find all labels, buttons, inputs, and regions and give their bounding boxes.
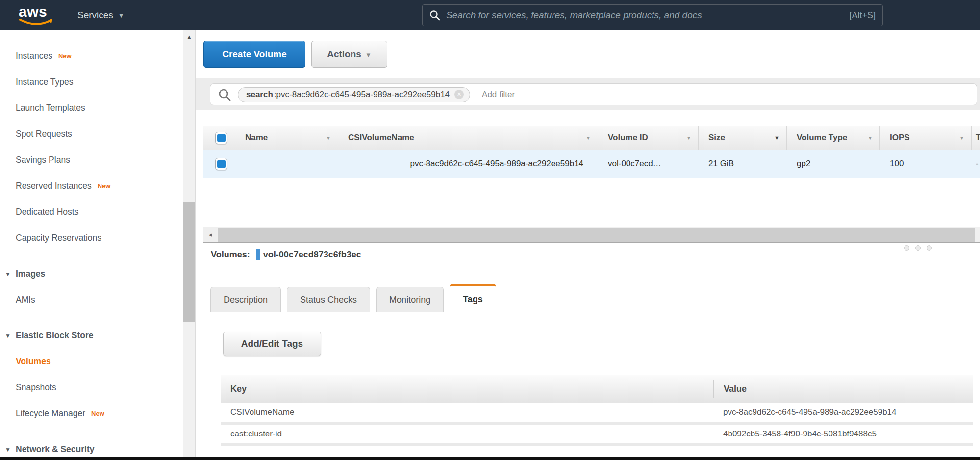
volumes-table-header: Name▼ CSIVolumeName▼ Volume ID▼ Size▼ Vo… <box>203 126 980 150</box>
row-checkbox-cell <box>203 150 235 178</box>
scroll-up-icon[interactable]: ▲ <box>183 30 195 43</box>
cell-volume-type: gp2 <box>787 150 880 178</box>
aws-smile-icon <box>19 18 55 26</box>
sidebar-item-lifecycle-manager[interactable]: Lifecycle ManagerNew <box>0 401 183 427</box>
add-filter-button[interactable]: Add filter <box>482 90 515 100</box>
sidebar-item-amis[interactable]: AMIs <box>0 287 183 313</box>
tab-description[interactable]: Description <box>210 287 281 312</box>
sidebar-item-spot-requests[interactable]: Spot Requests <box>0 121 183 147</box>
sort-caret-icon: ▼ <box>586 135 591 141</box>
sidebar-item-launch-templates[interactable]: Launch Templates <box>0 95 183 121</box>
caret-down-icon: ▼ <box>118 12 125 19</box>
sort-caret-icon: ▼ <box>774 135 779 141</box>
volumes-table: Name▼ CSIVolumeName▼ Volume ID▼ Size▼ Vo… <box>203 126 980 178</box>
sidebar-item-volumes[interactable]: Volumes <box>0 349 183 375</box>
selected-volume-id: vol-00c7ecd873c6fb3ec <box>263 250 361 260</box>
sort-caret-icon: ▼ <box>868 135 873 141</box>
sidebar-scrollbar[interactable]: ▲ <box>183 30 196 460</box>
horizontal-scrollbar[interactable]: ◂ <box>203 227 980 243</box>
new-badge: New <box>58 52 72 60</box>
search-shortcut: [Alt+S] <box>849 10 876 21</box>
services-menu[interactable]: Services ▼ <box>77 0 125 30</box>
tab-monitoring[interactable]: Monitoring <box>376 287 444 312</box>
column-header-truncated[interactable]: T <box>972 126 980 150</box>
column-header-name[interactable]: Name▼ <box>235 126 338 150</box>
detail-heading-label: Volumes: <box>211 250 250 260</box>
services-label: Services <box>77 10 113 21</box>
sort-caret-icon: ▼ <box>326 135 331 141</box>
column-header-size[interactable]: Size▼ <box>699 126 787 150</box>
caret-down-icon: ▼ <box>5 261 11 287</box>
sidebar-section-elastic-block-store[interactable]: ▼Elastic Block Store <box>0 323 183 349</box>
tag-value: pvc-8ac9d62c-c645-495a-989a-ac292ee59b14 <box>713 408 973 417</box>
actions-button[interactable]: Actions▼ <box>311 41 387 68</box>
cell-volume-id: vol-00c7ecd… <box>598 150 699 178</box>
filter-bar[interactable]: search : pvc-8ac9d62c-c645-495a-989a-ac2… <box>210 83 977 105</box>
new-badge: New <box>98 182 111 190</box>
column-header-csivolumename[interactable]: CSIVolumeName▼ <box>338 126 598 150</box>
sort-caret-icon: ▼ <box>686 135 691 141</box>
sidebar-section-images[interactable]: ▼Images <box>0 261 183 287</box>
global-search-input[interactable] <box>446 10 844 21</box>
detail-panel-heading: Volumes: vol-00c7ecd873c6fb3ec <box>211 249 361 260</box>
scroll-left-icon[interactable]: ◂ <box>203 227 217 242</box>
create-volume-button[interactable]: Create Volume <box>203 41 305 68</box>
cell-truncated: - <box>972 150 980 178</box>
detail-tabs: Description Status Checks Monitoring Tag… <box>210 284 980 312</box>
remove-filter-icon[interactable]: × <box>454 90 464 99</box>
tag-row: cast:cluster-id 4b092cb5-3458-4f90-9b4c-… <box>221 425 973 446</box>
sidebar-item-snapshots[interactable]: Snapshots <box>0 375 183 401</box>
sidebar: InstancesNew Instance Types Launch Templ… <box>0 30 183 460</box>
tags-table-header: Key Value <box>221 375 973 403</box>
cell-csivolumename: pvc-8ac9d62c-c645-495a-989a-ac292ee59b14 <box>338 150 598 178</box>
sidebar-item-reserved-instances[interactable]: Reserved InstancesNew <box>0 173 183 199</box>
panel-resize-handle[interactable] <box>904 245 932 251</box>
sidebar-item-instance-types[interactable]: Instance Types <box>0 69 183 95</box>
row-checkbox[interactable] <box>215 158 227 170</box>
sidebar-item-savings-plans[interactable]: Savings Plans <box>0 147 183 173</box>
main-content: Create Volume Actions▼ search : pvc-8ac9… <box>196 30 980 460</box>
add-edit-tags-button[interactable]: Add/Edit Tags <box>223 332 321 356</box>
cell-iops: 100 <box>880 150 972 178</box>
selection-indicator-bar <box>256 249 260 260</box>
sidebar-item-instances[interactable]: InstancesNew <box>0 43 183 69</box>
new-badge: New <box>91 410 104 417</box>
horizontal-scrollbar-thumb[interactable] <box>218 228 975 242</box>
global-search-box[interactable]: [Alt+S] <box>422 4 883 26</box>
column-header-volume-id[interactable]: Volume ID▼ <box>598 126 699 150</box>
caret-down-icon: ▼ <box>5 323 11 349</box>
filter-band: search : pvc-8ac9d62c-c645-495a-989a-ac2… <box>196 78 980 110</box>
column-header-volume-type[interactable]: Volume Type▼ <box>787 126 880 150</box>
search-icon <box>218 88 231 101</box>
tab-status-checks[interactable]: Status Checks <box>287 287 370 312</box>
tags-column-value: Value <box>713 380 973 398</box>
sidebar-item-dedicated-hosts[interactable]: Dedicated Hosts <box>0 199 183 225</box>
tags-column-key: Key <box>221 384 713 394</box>
tag-value: 4b092cb5-3458-4f90-9b4c-5081bf9488c5 <box>713 429 973 439</box>
volume-row[interactable]: pvc-8ac9d62c-c645-495a-989a-ac292ee59b14… <box>203 150 980 178</box>
aws-logo[interactable]: aws <box>19 5 55 26</box>
sidebar-item-capacity-reservations[interactable]: Capacity Reservations <box>0 225 183 251</box>
cell-name <box>235 150 338 178</box>
tag-key: CSIVolumeName <box>221 408 713 417</box>
sidebar-section-network-security[interactable]: ▼Network & Security <box>0 436 183 460</box>
tab-tags[interactable]: Tags <box>450 284 496 312</box>
caret-down-icon: ▼ <box>5 437 11 460</box>
filter-chip-value: pvc-8ac9d62c-c645-495a-989a-ac292ee59b14 <box>276 90 450 100</box>
filter-chip-key: search <box>246 90 273 100</box>
filter-chip[interactable]: search : pvc-8ac9d62c-c645-495a-989a-ac2… <box>238 87 470 102</box>
search-icon <box>429 10 440 21</box>
screenshot-bottom-edge <box>0 457 980 460</box>
tag-key: cast:cluster-id <box>221 429 713 439</box>
cell-size: 21 GiB <box>699 150 787 178</box>
column-header-iops[interactable]: IOPS▼ <box>880 126 972 150</box>
sort-caret-icon: ▼ <box>959 135 964 141</box>
sidebar-scrollbar-thumb[interactable] <box>183 202 195 322</box>
caret-down-icon: ▼ <box>365 51 372 59</box>
tags-table: Key Value CSIVolumeName pvc-8ac9d62c-c64… <box>221 375 973 446</box>
aws-logo-text: aws <box>19 5 55 19</box>
select-all-checkbox-cell <box>203 126 235 150</box>
select-all-checkbox[interactable] <box>215 132 227 144</box>
tag-row: CSIVolumeName pvc-8ac9d62c-c645-495a-989… <box>221 403 973 425</box>
topbar: aws Services ▼ [Alt+S] <box>0 0 980 30</box>
